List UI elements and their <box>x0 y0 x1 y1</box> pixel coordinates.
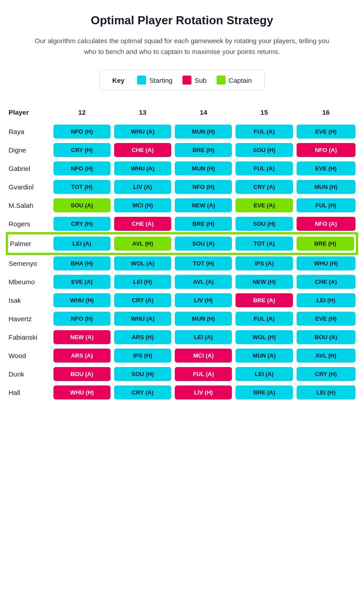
cell-label: FUL (A) <box>235 125 293 139</box>
cell-label: EVE (A) <box>53 275 111 289</box>
cell-label: NEW (A) <box>53 330 111 344</box>
match-cell: NEW (A) <box>173 196 234 215</box>
cell-label: NFO (H) <box>53 125 111 139</box>
sub-swatch <box>182 76 191 85</box>
col-header-gw16: 16 <box>295 105 357 122</box>
cell-label: CRY (A) <box>235 180 293 194</box>
col-header-gw14: 14 <box>173 105 234 122</box>
cell-label: CHE (A) <box>114 217 171 231</box>
col-header-gw13: 13 <box>112 105 173 122</box>
match-cell: TOT (H) <box>173 254 234 273</box>
match-cell: LIV (H) <box>173 383 234 402</box>
cell-label: BHA (H) <box>53 256 111 270</box>
match-cell: ARS (H) <box>112 328 173 346</box>
match-cell: LIV (A) <box>112 178 173 196</box>
player-name-cell: Rogers <box>7 215 52 233</box>
match-cell: BOU (A) <box>295 328 357 346</box>
cell-label: AVL (H) <box>297 349 355 363</box>
match-cell: IPS (A) <box>234 254 294 273</box>
match-cell: BRE (H) <box>173 141 234 159</box>
match-cell: NFO (A) <box>295 141 357 159</box>
cell-label: LIV (A) <box>114 180 171 194</box>
player-name-cell: Palmer <box>7 233 52 254</box>
match-cell: NFO (H) <box>52 122 112 141</box>
table-row: WoodARS (A)IPS (H)MCI (A)MUN (A)AVL (H) <box>7 346 357 365</box>
cell-label: MUN (H) <box>175 312 232 326</box>
cell-label: LEI (H) <box>297 386 355 399</box>
match-cell: LEI (A) <box>234 365 294 383</box>
player-name-cell: Gvardiol <box>7 178 52 196</box>
match-cell: WHU (A) <box>112 122 173 141</box>
cell-label: LEI (H) <box>114 275 171 289</box>
cell-label: BRE (H) <box>175 143 232 157</box>
cell-label: SOU (H) <box>235 143 293 157</box>
player-name-cell: Hall <box>7 383 52 402</box>
col-header-player: Player <box>7 105 52 122</box>
table-row: M.SalahSOU (A)MCI (H)NEW (A)EVE (A)FUL (… <box>7 196 357 215</box>
match-cell: MCI (H) <box>112 196 173 215</box>
match-cell: IPS (H) <box>112 346 173 365</box>
match-cell: WOL (A) <box>112 254 173 273</box>
cell-label: WHU (A) <box>114 125 171 139</box>
match-cell: SOU (A) <box>173 233 234 254</box>
match-cell: LEI (H) <box>295 291 357 309</box>
cell-label: BRE (H) <box>297 237 354 251</box>
match-cell: CRY (H) <box>52 215 112 233</box>
starting-label: Starting <box>149 76 173 84</box>
match-cell: TOT (H) <box>52 178 112 196</box>
cell-label: WHU (H) <box>53 386 111 399</box>
match-cell: FUL (A) <box>173 365 234 383</box>
cell-label: MCI (H) <box>114 198 171 212</box>
cell-label: CHE (A) <box>114 143 171 157</box>
captain-label: Captain <box>229 76 252 84</box>
match-cell: SOU (A) <box>52 196 112 215</box>
match-cell: ARS (A) <box>52 346 112 365</box>
player-name-cell: Semenyo <box>7 254 52 273</box>
starting-swatch <box>137 76 146 85</box>
sub-label: Sub <box>195 76 207 84</box>
match-cell: NFO (H) <box>173 178 234 196</box>
cell-label: CRY (A) <box>114 293 171 307</box>
match-cell: NEW (H) <box>234 273 294 291</box>
cell-label: FUL (H) <box>297 198 355 212</box>
match-cell: BOU (A) <box>52 365 112 383</box>
cell-label: LIV (H) <box>175 293 232 307</box>
table-row: HavertzNFO (H)WHU (A)MUN (H)FUL (A)EVE (… <box>7 309 357 328</box>
cell-label: MUN (H) <box>175 125 232 139</box>
match-cell: WHU (A) <box>112 159 173 178</box>
match-cell: LEI (H) <box>295 383 357 402</box>
match-cell: BRE (H) <box>295 233 357 254</box>
captain-swatch <box>217 76 226 85</box>
cell-label: NEW (H) <box>235 275 293 289</box>
table-row: HallWHU (H)CRY (A)LIV (H)BRE (A)LEI (H) <box>7 383 357 402</box>
cell-label: NEW (A) <box>175 198 232 212</box>
cell-label: LEI (A) <box>175 330 232 344</box>
match-cell: BHA (H) <box>52 254 112 273</box>
match-cell: FUL (H) <box>295 196 357 215</box>
cell-label: ARS (A) <box>53 349 111 363</box>
match-cell: EVE (H) <box>295 309 357 328</box>
cell-label: EVE (H) <box>297 161 355 175</box>
table-row: DunkBOU (A)SOU (H)FUL (A)LEI (A)CRY (H) <box>7 365 357 383</box>
cell-label: SOU (A) <box>53 198 111 212</box>
cell-label: NFO (H) <box>53 312 111 326</box>
cell-label: NFO (H) <box>53 161 111 175</box>
table-row: RayaNFO (H)WHU (A)MUN (H)FUL (A)EVE (H) <box>7 122 357 141</box>
key-sub: Sub <box>182 76 207 85</box>
match-cell: WHU (A) <box>112 309 173 328</box>
key-label: Key <box>112 76 125 84</box>
subtitle: Our algorithm calculates the optimal squ… <box>29 36 335 57</box>
table-row: SemenyoBHA (H)WOL (A)TOT (H)IPS (A)WHU (… <box>7 254 357 273</box>
match-cell: AVL (H) <box>112 233 173 254</box>
cell-label: NFO (H) <box>175 180 232 194</box>
table-row: MbeumoEVE (A)LEI (H)AVL (A)NEW (H)CHE (A… <box>7 273 357 291</box>
match-cell: NFO (H) <box>52 309 112 328</box>
cell-label: SOU (H) <box>235 217 293 231</box>
match-cell: AVL (A) <box>173 273 234 291</box>
cell-label: TOT (H) <box>175 256 232 270</box>
cell-label: SOU (A) <box>175 237 232 251</box>
match-cell: EVE (A) <box>52 273 112 291</box>
player-name-cell: Gabriel <box>7 159 52 178</box>
cell-label: WHU (A) <box>114 312 171 326</box>
match-cell: MUN (H) <box>173 122 234 141</box>
